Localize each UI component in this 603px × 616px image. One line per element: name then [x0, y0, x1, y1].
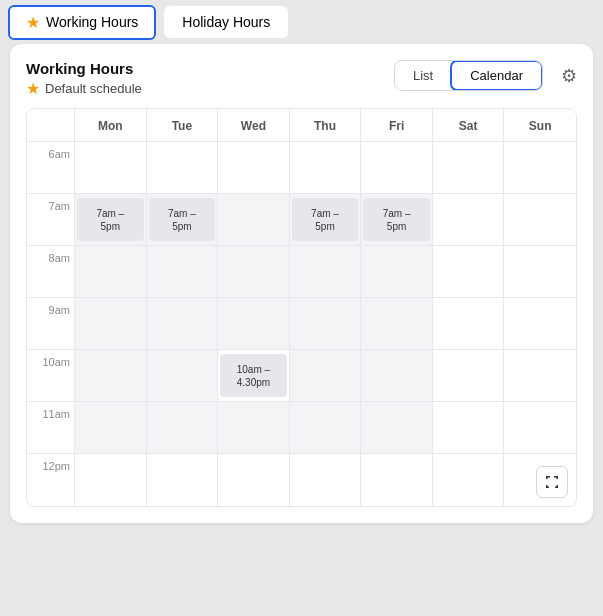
cell-7am-fri: 7am –5pm	[361, 194, 433, 246]
cell-8am-sat	[433, 246, 505, 298]
calendar-view-button[interactable]: Calendar	[450, 60, 543, 91]
calendar-corner	[27, 109, 75, 142]
cell-7am-sat	[433, 194, 505, 246]
cell-12pm-tue	[147, 454, 219, 506]
cell-11am-mon	[75, 402, 147, 454]
cell-12pm-thu	[290, 454, 362, 506]
cell-6am-thu	[290, 142, 362, 194]
cell-6am-mon	[75, 142, 147, 194]
cell-11am-thu	[290, 402, 362, 454]
tab-working-hours[interactable]: ★ Working Hours	[8, 5, 156, 40]
calendar-grid: Mon Tue Wed Thu Fri Sat Sun 6am 7am 7am …	[27, 109, 576, 506]
time-7am: 7am	[27, 194, 75, 246]
cell-7am-sun	[504, 194, 576, 246]
cal-header-sun: Sun	[504, 109, 576, 142]
event-7am-5pm-mon: 7am –5pm	[77, 198, 144, 241]
tab-holiday-hours[interactable]: Holiday Hours	[164, 6, 288, 38]
cell-9am-thu	[290, 298, 362, 350]
cell-12pm-sat	[433, 454, 505, 506]
cell-12pm-mon	[75, 454, 147, 506]
star-icon: ★	[26, 13, 40, 32]
card-subtitle: ★ Default schedule	[26, 79, 142, 98]
cell-10am-thu	[290, 350, 362, 402]
cell-9am-tue	[147, 298, 219, 350]
time-8am: 8am	[27, 246, 75, 298]
cal-header-mon: Mon	[75, 109, 147, 142]
cell-9am-sat	[433, 298, 505, 350]
cell-6am-tue	[147, 142, 219, 194]
cell-8am-thu	[290, 246, 362, 298]
cell-10am-mon	[75, 350, 147, 402]
event-7am-5pm-thu: 7am –5pm	[292, 198, 359, 241]
cal-header-sat: Sat	[433, 109, 505, 142]
cell-7am-mon: 7am –5pm	[75, 194, 147, 246]
cell-8am-fri	[361, 246, 433, 298]
cell-9am-sun	[504, 298, 576, 350]
cell-8am-tue	[147, 246, 219, 298]
cell-8am-sun	[504, 246, 576, 298]
event-7am-5pm-tue: 7am –5pm	[149, 198, 216, 241]
cell-11am-sun	[504, 402, 576, 454]
top-tab-bar: ★ Working Hours Holiday Hours	[0, 0, 603, 44]
cell-7am-thu: 7am –5pm	[290, 194, 362, 246]
event-7am-5pm-fri: 7am –5pm	[363, 198, 430, 241]
subtitle-star-icon: ★	[26, 79, 40, 98]
time-11am: 11am	[27, 402, 75, 454]
tab-working-hours-label: Working Hours	[46, 14, 138, 30]
settings-button[interactable]: ⚙	[561, 65, 577, 87]
cell-8am-mon	[75, 246, 147, 298]
time-9am: 9am	[27, 298, 75, 350]
cell-10am-fri	[361, 350, 433, 402]
cell-11am-sat	[433, 402, 505, 454]
list-view-button[interactable]: List	[395, 61, 451, 90]
cal-header-fri: Fri	[361, 109, 433, 142]
card-title-block: Working Hours ★ Default schedule	[26, 60, 142, 98]
cell-12pm-fri	[361, 454, 433, 506]
cell-11am-wed	[218, 402, 290, 454]
subtitle-label: Default schedule	[45, 81, 142, 96]
tab-holiday-hours-label: Holiday Hours	[182, 14, 270, 30]
cell-9am-mon	[75, 298, 147, 350]
card-header: Working Hours ★ Default schedule List Ca…	[26, 60, 577, 98]
view-toggle: List Calendar	[394, 60, 543, 91]
cell-7am-wed	[218, 194, 290, 246]
cell-10am-tue	[147, 350, 219, 402]
event-10am-430pm-wed: 10am –4.30pm	[220, 354, 287, 397]
time-10am: 10am	[27, 350, 75, 402]
cell-9am-wed	[218, 298, 290, 350]
cell-6am-sun	[504, 142, 576, 194]
cell-10am-wed: 10am –4.30pm	[218, 350, 290, 402]
expand-button[interactable]	[536, 466, 568, 498]
cell-11am-tue	[147, 402, 219, 454]
cell-11am-fri	[361, 402, 433, 454]
cell-6am-fri	[361, 142, 433, 194]
cell-10am-sat	[433, 350, 505, 402]
cell-6am-wed	[218, 142, 290, 194]
cal-header-tue: Tue	[147, 109, 219, 142]
cell-9am-fri	[361, 298, 433, 350]
calendar-container: Mon Tue Wed Thu Fri Sat Sun 6am 7am 7am …	[26, 108, 577, 507]
cell-7am-tue: 7am –5pm	[147, 194, 219, 246]
cell-12pm-wed	[218, 454, 290, 506]
cal-header-wed: Wed	[218, 109, 290, 142]
time-6am: 6am	[27, 142, 75, 194]
cell-10am-sun	[504, 350, 576, 402]
time-12pm: 12pm	[27, 454, 75, 506]
cell-6am-sat	[433, 142, 505, 194]
cell-8am-wed	[218, 246, 290, 298]
card-title: Working Hours	[26, 60, 142, 77]
cal-header-thu: Thu	[290, 109, 362, 142]
main-card: Working Hours ★ Default schedule List Ca…	[10, 44, 593, 523]
